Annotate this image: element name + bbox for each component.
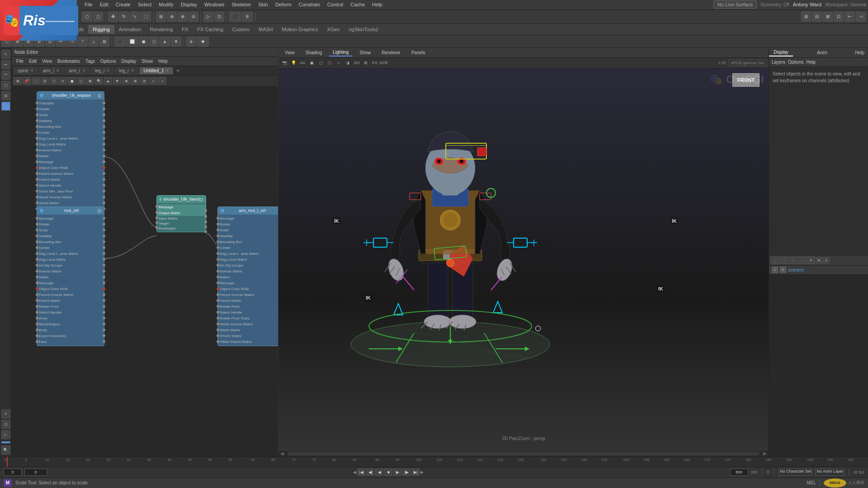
rp-icon-edit[interactable]: R xyxy=(807,257,815,264)
ne-tab-untitled[interactable]: Untitled_1 ✕ xyxy=(139,67,173,75)
mod-tab-rigging[interactable]: Rigging xyxy=(88,25,114,34)
frame-current-input[interactable] xyxy=(730,469,748,476)
menu-skin[interactable]: Skin xyxy=(255,1,271,8)
ne-tb-opt7[interactable]: ⊕ xyxy=(122,77,130,84)
ne-tb-opt2[interactable]: ◼ xyxy=(68,77,76,84)
vp-scroll-track[interactable] xyxy=(288,452,760,455)
ne-edit[interactable]: Edit xyxy=(26,58,39,65)
menu-select[interactable]: Select xyxy=(134,1,156,8)
ne-tab-armr-close[interactable]: ✕ xyxy=(82,68,86,73)
ne-canvas[interactable]: shoulder_l:lk_wspace ⊡ Translate Rotate … xyxy=(12,87,278,456)
rp-anim-tab[interactable]: Anim xyxy=(812,49,832,56)
tb-renderview-btn[interactable]: ⊡ xyxy=(214,12,224,22)
vp-scroll-left[interactable]: ◀ xyxy=(278,451,286,456)
tb-right-2[interactable]: ⊟ xyxy=(812,12,822,22)
rp-layers-content[interactable] xyxy=(769,275,868,456)
tb-snap-btn[interactable]: ⊞ xyxy=(156,12,166,22)
mod-tab-ngskin[interactable]: ngSkinTools2 xyxy=(344,25,383,34)
ne-help[interactable]: Help xyxy=(156,58,170,65)
ne-tb-opt1[interactable]: ≡ xyxy=(59,77,67,84)
left-node-icon[interactable]: ⬚ xyxy=(1,102,10,111)
tb2-9[interactable]: ⊥ xyxy=(89,37,99,47)
ne-tb-select[interactable]: ⬡ xyxy=(50,77,58,84)
ne-tab-armr[interactable]: arm_r ✕ xyxy=(65,67,90,75)
mod-tab-mash[interactable]: MASH xyxy=(254,25,278,34)
no-live-badge[interactable]: No Live Surface xyxy=(713,0,757,9)
menu-edit[interactable]: Edit xyxy=(96,1,112,8)
menu-control[interactable]: Control xyxy=(324,1,347,8)
vp-tb-shading[interactable]: ◼ xyxy=(307,59,316,67)
ne-tab-arml[interactable]: arm_l ✕ xyxy=(39,67,64,75)
ne-tab-spine[interactable]: spine ✕ xyxy=(14,67,38,75)
vp-canvas[interactable]: FRONT IK IK IK IK 🎭 OntCGI 2D Pan/Zoom :… xyxy=(278,69,769,451)
node-arm-root-ctrl[interactable]: arm_root_l_ctrl ⊡ Message Rotate Scale V… xyxy=(217,206,278,346)
rp-display-tab[interactable]: Display xyxy=(769,49,793,56)
node-shoulder-lk-wspace[interactable]: shoulder_l:lk_wspace ⊡ Translate Rotate … xyxy=(37,91,104,213)
ne-tab-spine-close[interactable]: ✕ xyxy=(30,68,34,73)
node-shoulder-expand[interactable]: ⊡ xyxy=(98,93,101,98)
maya-m-icon[interactable]: M xyxy=(4,479,12,487)
vp-tb-fxaa[interactable]: FX xyxy=(371,59,379,67)
ne-tab-legr-close[interactable]: ✕ xyxy=(131,68,134,73)
tb2-cross[interactable]: ✦ xyxy=(197,37,209,47)
ne-tb-opt8[interactable]: ⊗ xyxy=(131,77,139,84)
left-uv-icon[interactable]: ⊞ xyxy=(1,91,10,100)
tb-playblast-btn[interactable]: ⬛ xyxy=(229,12,241,22)
play-jump-prev-key[interactable]: ◀| xyxy=(366,469,374,476)
tb-snap3-btn[interactable]: ⊘ xyxy=(189,12,198,22)
ne-options[interactable]: Options xyxy=(98,58,118,65)
ne-tab-untitled-close[interactable]: ✕ xyxy=(165,68,169,73)
rp-scroll-l[interactable]: ◀ xyxy=(353,470,356,474)
menu-cache[interactable]: Cache xyxy=(347,1,368,8)
mod-tab-xgen[interactable]: XGen xyxy=(323,25,344,34)
ne-tb-opt3[interactable]: ◻ xyxy=(77,77,85,84)
mod-tab-motiongraphics[interactable]: Motion Graphics xyxy=(278,25,323,34)
tb-transform-btn[interactable]: ⬚ xyxy=(141,12,151,22)
tb-move-btn[interactable]: ✥ xyxy=(108,12,118,22)
vp-tb-dof[interactable]: DOF xyxy=(380,59,388,67)
ne-tb-frame[interactable]: ⬚ xyxy=(32,77,40,84)
left-layers-icon[interactable]: ≡ xyxy=(1,409,10,418)
vp-tb-smooth[interactable]: ≈ xyxy=(335,59,343,67)
tb2-8[interactable]: ⊤ xyxy=(78,37,88,47)
vp-tb-depth[interactable]: ⊠ xyxy=(362,59,370,67)
menu-create[interactable]: Create xyxy=(112,1,134,8)
vp-tb-wire[interactable]: ◻ xyxy=(316,59,325,67)
ne-tb-pin[interactable]: 📌 xyxy=(23,77,31,84)
ne-bookmarks[interactable]: Bookmarks xyxy=(55,58,83,65)
left-search-icon[interactable]: 🔍 xyxy=(1,446,10,455)
left-render-icon[interactable]: ▷ xyxy=(1,430,10,439)
vp-tab-lighting[interactable]: Lighting xyxy=(329,49,352,56)
tb-render-btn[interactable]: ▷ xyxy=(203,12,213,22)
mod-tab-fxcaching[interactable]: FX Caching xyxy=(193,25,227,34)
vp-tab-show[interactable]: Show xyxy=(356,49,374,56)
vp-tb-ao[interactable]: AO xyxy=(353,59,361,67)
rp-icon-arrow-down[interactable]: ↓ xyxy=(771,257,779,264)
left-paint-icon[interactable]: ✏ xyxy=(1,60,10,69)
tb2-rig5[interactable]: ▲ xyxy=(160,37,170,47)
ne-tab-legl-close[interactable]: ✕ xyxy=(106,68,110,73)
tb2-10[interactable]: ⊠ xyxy=(99,37,109,47)
rp-layer-vis[interactable]: V xyxy=(772,267,778,273)
rp-icon-arrow-up[interactable]: ↑ xyxy=(780,257,788,264)
node-shoulder-blend[interactable]: shoulder_l:lfk_blend ⊡ Message Output Ma… xyxy=(156,195,206,232)
vp-tab-shading[interactable]: Shading xyxy=(302,49,326,56)
rp-sub-help[interactable]: Help xyxy=(806,60,816,65)
tb-scale-btn[interactable]: ⤡ xyxy=(130,12,140,22)
vp-tb-shadow[interactable]: ◑ xyxy=(344,59,352,67)
tb2-rig3[interactable]: ◼ xyxy=(139,37,148,47)
tb-right-3[interactable]: ⊠ xyxy=(823,12,833,22)
left-select-icon[interactable]: ↖ xyxy=(1,50,10,59)
ne-tb-opt5[interactable]: ▲ xyxy=(104,77,112,84)
ne-tb-fit[interactable]: ⊡ xyxy=(41,77,49,84)
tb-magnet-btn[interactable]: ⊕ xyxy=(167,12,177,22)
ne-tab-arml-close[interactable]: ✕ xyxy=(56,68,60,73)
menu-help[interactable]: Help xyxy=(368,1,386,8)
vp-scroll-right[interactable]: ▶ xyxy=(761,451,769,456)
ne-tab-add[interactable]: + xyxy=(174,67,181,74)
play-jump-next-key[interactable]: |▶ xyxy=(402,469,410,476)
tb2-plus[interactable]: + xyxy=(186,37,196,47)
rp-sub-layers[interactable]: Layers xyxy=(772,60,785,65)
vp-tab-panels[interactable]: Panels xyxy=(408,49,429,56)
tb-select-btn[interactable]: ⬡ xyxy=(82,12,92,22)
